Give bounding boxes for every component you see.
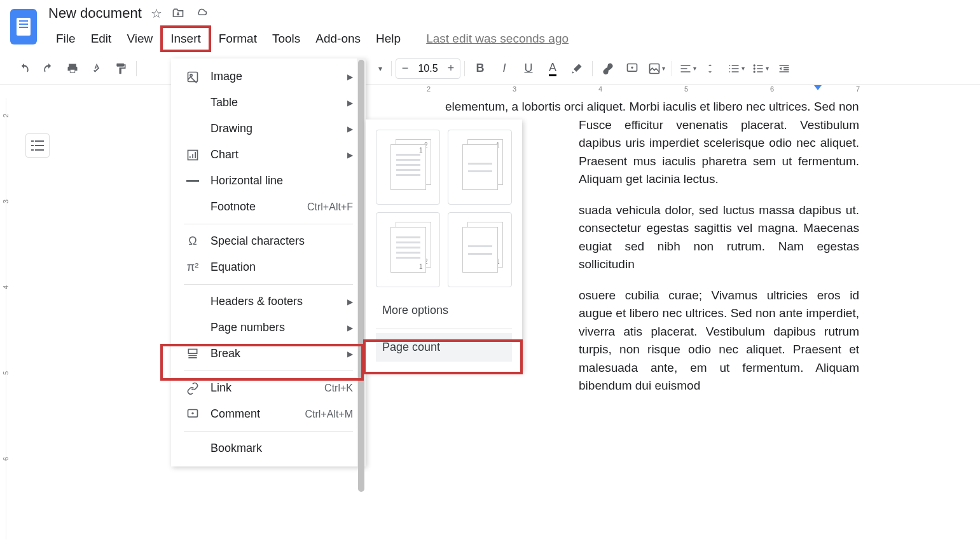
insert-menu: Image ▶ Table ▶ Drawing ▶ Chart ▶ Horizo… [171, 58, 366, 466]
toolbar: − + B I U A ▾ ▾ ▾ ▾ [0, 52, 980, 85]
submenu-arrow-icon: ▶ [347, 323, 353, 332]
submenu-arrow-icon: ▶ [347, 297, 353, 306]
svg-rect-7 [31, 145, 34, 146]
link-button[interactable] [597, 57, 619, 80]
insert-page-numbers[interactable]: Page numbers ▶ [171, 315, 366, 341]
submenu-arrow-icon: ▶ [347, 125, 353, 133]
pn-option-top-right-skip[interactable]: 1 [448, 130, 512, 205]
last-edit-link[interactable]: Last edit was seconds ago [426, 32, 569, 46]
doc-text-3: suada vehicula dolor, sed luctus massa d… [579, 201, 859, 274]
svg-rect-5 [31, 140, 34, 142]
svg-point-3 [753, 67, 755, 69]
menubar: File Edit View Insert Format Tools Add-o… [48, 25, 970, 52]
align-button[interactable]: ▾ [676, 57, 699, 80]
pn-more-options[interactable]: More options [376, 296, 512, 325]
submenu-arrow-icon: ▶ [347, 350, 353, 358]
font-size-input[interactable] [414, 59, 442, 78]
star-icon[interactable]: ☆ [151, 6, 162, 21]
line-icon [184, 180, 202, 182]
doc-text-1: elementum, a lobortis orci aliquet. Morb… [445, 98, 859, 116]
indent-decrease-button[interactable] [773, 57, 796, 80]
insert-image[interactable]: Image ▶ [171, 64, 366, 90]
docs-logo[interactable] [10, 9, 37, 44]
font-size-increase[interactable]: + [442, 59, 460, 78]
comment-icon [184, 408, 202, 421]
menu-tools[interactable]: Tools [265, 28, 308, 50]
insert-comment[interactable]: Comment Ctrl+Alt+M [171, 401, 366, 427]
menu-format[interactable]: Format [211, 28, 265, 50]
cloud-icon[interactable] [194, 8, 209, 19]
spellcheck-button[interactable] [85, 57, 108, 80]
move-icon[interactable] [171, 7, 185, 20]
bulleted-list-button[interactable]: ▾ [749, 57, 771, 80]
insert-equation[interactable]: π² Equation [171, 254, 366, 280]
omega-icon: Ω [184, 235, 202, 248]
insert-horizontal-line[interactable]: Horizontal line [171, 168, 366, 194]
highlight-button[interactable] [565, 57, 588, 80]
redo-button[interactable] [37, 57, 60, 80]
pn-option-bottom-right-skip[interactable]: 1 [448, 212, 512, 287]
doc-text-2: Fusce efficitur venenatis placerat. Vest… [579, 116, 859, 189]
text-color-button[interactable]: A [541, 57, 564, 80]
header-content: New document ☆ File Edit View Insert For… [48, 5, 970, 52]
chart-icon [184, 149, 202, 161]
pn-page-count[interactable]: Page count [376, 333, 512, 362]
menu-addons[interactable]: Add-ons [308, 28, 368, 50]
svg-point-12 [190, 74, 192, 76]
font-size-control: − + [396, 58, 460, 79]
page-numbers-submenu: 21 1 21 1 More options Page count [366, 119, 522, 372]
horizontal-ruler[interactable]: 2 3 4 5 6 7 [0, 85, 980, 98]
doc-title[interactable]: New document [48, 5, 142, 22]
pn-option-top-right[interactable]: 21 [376, 130, 440, 205]
svg-rect-9 [31, 149, 34, 151]
header: New document ☆ File Edit View Insert For… [0, 0, 980, 52]
comment-button[interactable] [621, 57, 644, 80]
menu-edit[interactable]: Edit [83, 28, 120, 50]
submenu-arrow-icon: ▶ [347, 151, 353, 160]
insert-table[interactable]: Table ▶ [171, 90, 366, 116]
menu-insert[interactable]: Insert [160, 25, 211, 52]
print-button[interactable] [61, 57, 84, 80]
insert-break[interactable]: Break ▶ [171, 341, 366, 367]
menu-file[interactable]: File [48, 28, 83, 50]
line-spacing-button[interactable] [700, 57, 723, 80]
pi-icon: π² [184, 261, 202, 274]
submenu-arrow-icon: ▶ [347, 99, 353, 107]
checklist-button[interactable]: ▾ [724, 57, 747, 80]
break-icon [184, 348, 202, 360]
italic-button[interactable]: I [493, 57, 516, 80]
font-size-decrease[interactable]: − [396, 59, 414, 78]
svg-rect-15 [188, 349, 197, 353]
image-button[interactable]: ▾ [645, 57, 668, 80]
insert-special-chars[interactable]: Ω Special characters [171, 228, 366, 254]
bold-button[interactable]: B [469, 57, 492, 80]
insert-footnote[interactable]: Footnote Ctrl+Alt+F [171, 194, 366, 220]
insert-link[interactable]: Link Ctrl+K [171, 375, 366, 401]
svg-rect-14 [186, 180, 199, 182]
underline-button[interactable]: U [517, 57, 540, 80]
pn-option-bottom-right[interactable]: 21 [376, 212, 440, 287]
doc-text-4: osuere cubilia curae; Vivamus ultricies … [579, 287, 859, 395]
svg-point-2 [753, 64, 755, 66]
vertical-ruler[interactable]: 2 3 4 5 6 [0, 98, 6, 540]
svg-rect-8 [35, 145, 44, 146]
submenu-arrow-icon: ▶ [347, 72, 353, 81]
insert-bookmark[interactable]: Bookmark [171, 435, 366, 461]
insert-chart[interactable]: Chart ▶ [171, 142, 366, 168]
undo-button[interactable] [13, 57, 36, 80]
link-icon [184, 382, 202, 395]
insert-headers-footers[interactable]: Headers & footers ▶ [171, 289, 366, 315]
svg-rect-11 [188, 72, 198, 81]
menu-view[interactable]: View [119, 28, 160, 50]
zoom-dropdown[interactable] [371, 64, 387, 73]
svg-point-4 [753, 71, 755, 72]
image-icon [184, 71, 202, 83]
svg-rect-10 [35, 149, 44, 151]
outline-button[interactable] [25, 133, 50, 158]
insert-drawing[interactable]: Drawing ▶ [171, 116, 366, 142]
svg-rect-6 [35, 140, 44, 142]
menu-help[interactable]: Help [368, 28, 408, 50]
paint-format-button[interactable] [109, 57, 132, 80]
